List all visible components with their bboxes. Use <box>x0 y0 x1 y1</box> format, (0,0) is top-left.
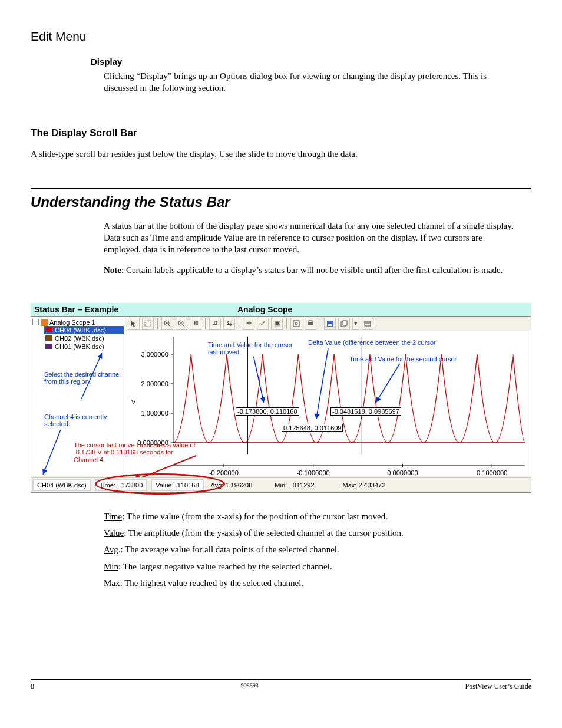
channel-color-swatch <box>45 335 52 341</box>
svg-rect-16 <box>365 321 371 326</box>
svg-text:1.000000: 1.000000 <box>141 410 168 417</box>
tree-root[interactable]: − Analog Scope 1 <box>32 319 124 326</box>
understanding-heading: Understanding the Status Bar <box>31 194 531 210</box>
home-zoom-icon[interactable]: ⤢ <box>257 318 269 330</box>
def-time: Time: The time value (from the x-axis) f… <box>104 510 516 522</box>
cursor-1-readout: -0.173800, 0.110168 <box>236 407 299 416</box>
tree-item-label: CH01 (WBK.dsc) <box>55 343 104 350</box>
tree-item-ch01[interactable]: CH01 (WBK.dsc) <box>44 342 124 351</box>
status-max: Max: 2.433472 <box>339 480 389 490</box>
copy-icon[interactable] <box>338 318 350 330</box>
note-line: Note: Certain labels applicable to a dis… <box>104 264 516 276</box>
autoscale-y-icon[interactable]: ⇵ <box>209 318 221 330</box>
def-value: Value: The amplitude (from the y-axis) o… <box>104 527 516 539</box>
preview-icon[interactable] <box>290 318 302 330</box>
cursor-2-readout: -0.0481518, 0.0985597 <box>330 407 401 416</box>
def-max: Max: The highest value reached by the se… <box>104 577 516 589</box>
callout-time-value-second: Time and Value for the second cursor <box>349 355 503 363</box>
pointer-icon[interactable] <box>128 318 140 330</box>
status-avg: Avg: 1.196208 <box>207 480 256 490</box>
status-bar: CH04 (WBK.dsc) Time: -.173800 Value: .11… <box>31 477 531 492</box>
callout-time-value-last: Time and Value for the cursor last moved… <box>208 341 296 356</box>
snowflake-icon[interactable]: ✽ <box>190 318 201 330</box>
callout-delta-value: Delta Value (difference between the 2 cu… <box>308 339 485 347</box>
print-icon[interactable] <box>305 318 316 330</box>
zoom-in-icon[interactable] <box>161 318 173 330</box>
scroll-bar-body: A slide-type scroll bar resides just bel… <box>31 148 531 160</box>
collapse-icon[interactable]: − <box>32 319 39 325</box>
note-label: Note <box>104 265 121 275</box>
tree-root-label: Analog Scope 1 <box>49 319 95 326</box>
understanding-paragraph: A status bar at the bottom of the displa… <box>104 220 516 256</box>
footer-guide-name: PostView User’s Guide <box>465 682 531 691</box>
svg-text:3.000000: 3.000000 <box>141 351 168 358</box>
svg-rect-10 <box>308 322 313 325</box>
figure-header-right: Analog Scope <box>237 305 292 314</box>
scroll-bar-heading: The Display Scroll Bar <box>31 127 531 139</box>
callout-select-region: Select the desired channel from this reg… <box>44 371 121 386</box>
note-body: : Certain labels applicable to a display… <box>121 265 503 275</box>
display-body: Clicking “Display” brings up an Options … <box>104 70 516 94</box>
tree-item-label: CH04 (WBK..dsc) <box>55 327 106 334</box>
autoscale-x-icon[interactable]: ⇆ <box>223 318 235 330</box>
status-min: Min: -.011292 <box>271 480 318 490</box>
page-footer: 8 908893 PostView User’s Guide <box>31 679 531 691</box>
footer-doc-id: 908893 <box>241 682 259 691</box>
svg-line-6 <box>183 325 184 327</box>
crosshair-icon[interactable]: ✛ <box>243 318 254 330</box>
cursor-delta-readout: 0.125648,-0.011609 <box>282 424 343 432</box>
select-rect-icon[interactable] <box>142 318 154 330</box>
scope-icon <box>41 319 48 326</box>
svg-text:2.000000: 2.000000 <box>141 380 168 387</box>
svg-text:0.0000000: 0.0000000 <box>387 469 418 476</box>
footer-page-number: 8 <box>31 682 34 691</box>
svg-rect-8 <box>293 321 299 327</box>
scope-window: − Analog Scope 1 CH04 (WBK..dsc) CH02 (W… <box>31 316 531 493</box>
status-bar-example-figure: Status Bar – Example Analog Scope − Anal… <box>31 303 531 493</box>
display-subheading: Display <box>91 57 531 67</box>
dropdown-icon[interactable]: ▾ <box>352 318 359 330</box>
svg-rect-11 <box>309 321 312 322</box>
definitions-block: Time: The time value (from the x-axis) f… <box>104 510 516 589</box>
channel-color-swatch <box>45 344 52 349</box>
svg-text:-0.1000000: -0.1000000 <box>297 469 330 476</box>
def-avg: Avg.: The average value for all data poi… <box>104 543 516 555</box>
callout-ch4-selected: Channel 4 is currently selected. <box>44 413 115 428</box>
def-min: Min: The largest negative value reached … <box>104 561 516 572</box>
status-channel: CH04 (WBK.dsc) <box>32 479 91 491</box>
page-heading: Edit Menu <box>31 29 531 44</box>
svg-text:0.1000000: 0.1000000 <box>477 469 508 476</box>
svg-text:V: V <box>131 398 136 406</box>
channel-color-swatch <box>45 327 52 332</box>
status-time: Time: -.173800 <box>95 479 148 491</box>
tree-item-label: CH02 (WBK.dsc) <box>55 335 104 342</box>
status-value: Value: .110168 <box>151 479 203 491</box>
tree-item-ch04[interactable]: CH04 (WBK..dsc) <box>44 326 124 334</box>
tree-item-ch02[interactable]: CH02 (WBK.dsc) <box>44 334 124 342</box>
figure-header-left: Status Bar – Example <box>34 305 237 314</box>
section-rule <box>31 188 531 189</box>
fit-icon[interactable]: ▣ <box>271 318 283 330</box>
svg-rect-0 <box>145 321 151 327</box>
svg-rect-13 <box>328 324 332 326</box>
svg-rect-15 <box>343 321 347 325</box>
figure-header: Status Bar – Example Analog Scope <box>31 303 531 316</box>
zoom-out-icon[interactable] <box>176 318 187 330</box>
scope-toolbar: ✽ ⇵ ⇆ ✛ ⤢ ▣ ▾ <box>125 317 531 331</box>
save-icon[interactable] <box>324 318 336 330</box>
callout-cursor-explain: The cursor last-moved indicates a value … <box>74 442 197 464</box>
properties-icon[interactable] <box>362 318 373 330</box>
svg-text:-0.200000: -0.200000 <box>209 469 239 476</box>
svg-line-2 <box>168 325 170 327</box>
svg-point-9 <box>295 322 297 325</box>
